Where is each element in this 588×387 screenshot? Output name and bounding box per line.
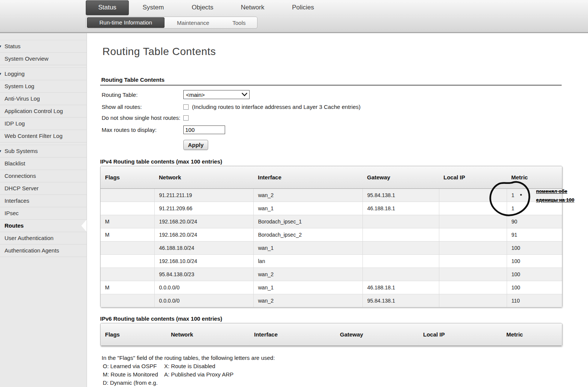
route-row: M0.0.0.0/0wan_146.188.18.1100: [101, 281, 562, 294]
route-cell: wan_2: [253, 294, 363, 307]
subtab-maintenance[interactable]: Maintenance: [165, 20, 222, 26]
sidebar-label: Anti-Virus Log: [5, 95, 40, 102]
flags-legend-intro: In the "Flags" field of the routing tabl…: [102, 354, 588, 362]
route-cell: 91.211.209.66: [154, 202, 253, 215]
flags-legend-row: D: Dynamic (from e.g. IPsec, L2TP/PPTP s…: [102, 379, 588, 387]
route-cell: 192.168.20.0/24: [154, 215, 253, 228]
subtab-tools[interactable]: Tools: [222, 20, 256, 26]
sub-tabs: Run-time InformationMaintenanceTools: [86, 17, 257, 29]
sidebar-label: Sub Systems: [5, 148, 38, 154]
route-cell: [439, 268, 507, 281]
route-row: 0.0.0.0/0wan_295.84.138.1110: [101, 294, 562, 307]
route-row: 91.211.211.19wan_295.84.138.11: [101, 189, 562, 202]
route-cell: 0.0.0.0/0: [154, 281, 253, 294]
flags-legend-row: M: Route is MonitoredA: Published via Pr…: [102, 370, 588, 379]
sidebar-label: Interfaces: [5, 197, 29, 204]
sidebar-item-system-log[interactable]: System Log: [0, 80, 87, 93]
sidebar-section-logging[interactable]: ▼Logging: [0, 67, 87, 80]
top-navigation-band: StatusSystemObjectsNetworkPolicies Run-t…: [0, 0, 588, 33]
column-header-interface: Interface: [253, 166, 363, 189]
tab-network[interactable]: Network: [232, 0, 274, 15]
sidebar-item-anti-virus-log[interactable]: Anti-Virus Log: [0, 93, 87, 105]
routing-table-select[interactable]: <main>: [183, 90, 250, 99]
sidebar-label: Application Control Log: [5, 108, 63, 114]
route-row: 91.211.209.66wan_146.188.18.11: [101, 202, 562, 215]
ipv4-table-caption: IPv4 Routing table contents (max 100 ent…: [100, 158, 588, 165]
no-single-host-routes-checkbox[interactable]: [183, 115, 189, 121]
ipv6-table-caption: IPv6 Routing table contents (max 100 ent…: [100, 315, 588, 322]
tab-system[interactable]: System: [133, 0, 174, 15]
route-cell: 100: [507, 242, 562, 255]
sidebar-item-application-control-log[interactable]: Application Control Log: [0, 105, 87, 118]
routing-table-label: Routing Table:: [102, 92, 183, 98]
collapse-triangle-icon: ▼: [0, 40, 2, 52]
route-cell: 1: [507, 202, 562, 215]
sidebar-item-interfaces[interactable]: Interfaces: [0, 195, 87, 207]
route-row: 95.84.138.0/23wan_2100: [101, 268, 562, 281]
route-cell: [101, 189, 154, 202]
route-cell: [439, 294, 507, 307]
route-cell: 91.211.211.19: [154, 189, 253, 202]
sidebar-item-user-authentication[interactable]: User Authentication: [0, 232, 87, 245]
sidebar-item-routes[interactable]: Routes: [0, 220, 87, 232]
sidebar-label: Logging: [5, 70, 24, 77]
sidebar-item-dhcp-server[interactable]: DHCP Server: [0, 182, 87, 195]
sidebar-item-connections[interactable]: Connections: [0, 170, 87, 182]
route-cell: 110: [507, 294, 562, 307]
form-section-label: Routing Table Contents: [101, 76, 588, 83]
route-cell: [363, 255, 439, 268]
route-cell: [101, 294, 154, 307]
sidebar-item-idp-log[interactable]: IDP Log: [0, 118, 87, 130]
route-cell: 1: [507, 189, 562, 202]
ipv6-table-wrap: FlagsNetworkInterfaceGatewayLocal IPMetr…: [100, 323, 562, 346]
apply-button[interactable]: Apply: [183, 140, 208, 150]
flags-legend-entry: O: Learned via OSPF: [102, 362, 164, 370]
route-cell: [363, 215, 439, 228]
show-all-routes-label: Show all routes:: [102, 104, 183, 110]
route-cell: wan_2: [253, 268, 363, 281]
sidebar-section-sub-systems[interactable]: ▼Sub Systems: [0, 145, 87, 158]
route-cell: wan_1: [253, 281, 363, 294]
routing-table-selected-value: <main>: [186, 92, 205, 98]
collapse-triangle-icon: ▼: [0, 145, 2, 157]
routing-table-form: Routing Table: <main> Show all routes: (…: [102, 90, 588, 150]
tab-status[interactable]: Status: [86, 0, 129, 15]
sidebar-item-web-content-filter-log[interactable]: Web Content Filter Log: [0, 130, 87, 142]
route-cell: Borodach_ipsec_2: [253, 228, 363, 242]
max-routes-input[interactable]: [183, 125, 225, 134]
column-header-flags: Flags: [101, 323, 166, 346]
tab-objects[interactable]: Objects: [182, 0, 223, 15]
route-cell: [363, 242, 439, 255]
route-cell: 90: [507, 215, 562, 228]
route-cell: 46.188.18.1: [363, 281, 439, 294]
column-header-local-ip: Local IP: [419, 323, 502, 346]
route-cell: 91: [507, 228, 562, 242]
sidebar-item-system-overview[interactable]: System Overview: [0, 53, 87, 65]
route-cell: 192.168.20.0/24: [154, 228, 253, 242]
column-header-metric: Metric: [507, 166, 562, 189]
sidebar-section-status[interactable]: ▼Status: [0, 40, 87, 53]
tab-policies[interactable]: Policies: [282, 0, 324, 15]
flags-legend-entry: D: Dynamic (from e.g. IPsec, L2TP/PPTP s…: [102, 379, 164, 387]
route-cell: [101, 242, 154, 255]
flags-legend-entry: X: Route is Disabled: [164, 362, 215, 370]
show-all-routes-checkbox[interactable]: [183, 104, 189, 110]
route-cell: 0.0.0.0/0: [154, 294, 253, 307]
route-cell: 192.168.10.0/24: [154, 255, 253, 268]
page-title: Routing Table Contents: [102, 46, 588, 58]
column-header-gateway: Gateway: [363, 166, 439, 189]
route-row: 46.188.18.0/24wan_1100: [101, 242, 562, 255]
route-cell: [363, 268, 439, 281]
sidebar-item-authentication-agents[interactable]: Authentication Agents: [0, 245, 87, 257]
route-cell: 95.84.138.1: [363, 294, 439, 307]
sidebar-label: Status: [5, 43, 21, 49]
sidebar-item-ipsec[interactable]: IPsec: [0, 207, 87, 220]
sidebar-item-blacklist[interactable]: Blacklist: [0, 158, 87, 170]
subtab-run-time-information[interactable]: Run-time Information: [87, 17, 165, 28]
flags-legend: In the "Flags" field of the routing tabl…: [102, 354, 588, 387]
route-cell: 100: [507, 281, 562, 294]
column-header-flags: Flags: [101, 166, 154, 189]
route-cell: 95.84.138.1: [363, 189, 439, 202]
max-routes-label: Max routes to display:: [102, 127, 183, 133]
no-single-host-routes-label: Do not show single host routes:: [102, 115, 183, 121]
